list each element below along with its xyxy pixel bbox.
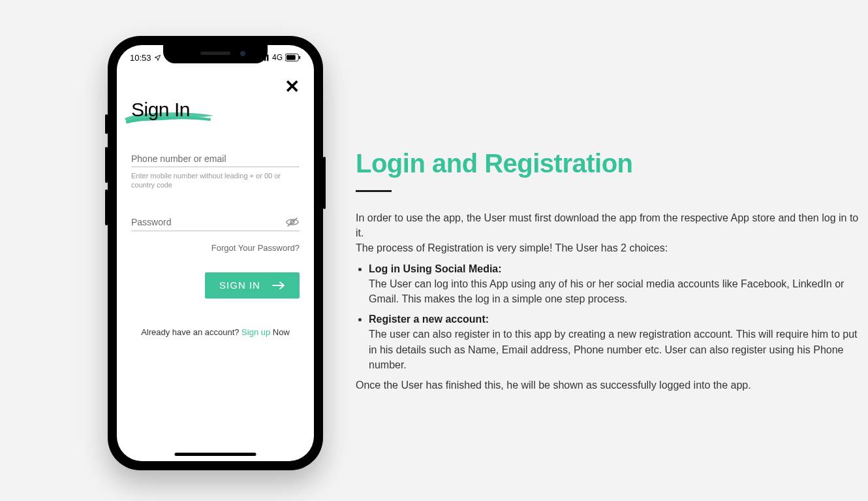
sign-up-row: Already have an account? Sign up Now (131, 327, 300, 337)
doc-bullet-1-body: The User can log into this App using any… (369, 278, 844, 304)
doc-title: Login and Registration (356, 149, 861, 178)
doc-bullet-1: Log in Using Social Media: The User can … (369, 261, 861, 307)
svg-rect-6 (299, 56, 300, 59)
phone-email-hint: Enter mobile number without leading + or… (131, 171, 281, 190)
arrow-right-icon (272, 281, 285, 290)
status-time: 10:53 (130, 53, 151, 63)
phone-side-button (323, 157, 326, 209)
phone-frame: 10:53 4G ✕ Sign In (108, 36, 323, 470)
forgot-password-link[interactable]: Forgot Your Password? (131, 243, 300, 253)
sign-in-button[interactable]: SIGN IN (205, 272, 300, 299)
doc-intro-1: In order to use the app, the User must f… (356, 210, 861, 240)
svg-rect-3 (267, 54, 268, 61)
doc-bullet-list: Log in Using Social Media: The User can … (356, 261, 861, 372)
screen-title: Sign In (131, 99, 216, 121)
phone-notch (163, 45, 268, 63)
doc-title-underline (356, 190, 392, 192)
doc-outro: Once the User has finished this, he will… (356, 378, 861, 393)
battery-icon (285, 54, 301, 61)
app-content: ✕ Sign In Phone number or email Enter mo… (117, 71, 314, 461)
close-icon[interactable]: ✕ (285, 78, 300, 96)
doc-section: Login and Registration In order to use t… (356, 149, 861, 393)
home-indicator (175, 453, 256, 456)
password-field[interactable]: Password (131, 216, 300, 231)
screen-title-wrap: Sign In (131, 99, 216, 121)
svg-rect-5 (287, 55, 296, 59)
phone-email-placeholder: Phone number or email (131, 154, 300, 164)
doc-intro-2: The process of Registration is very simp… (356, 240, 861, 255)
eye-hidden-icon[interactable] (285, 216, 300, 228)
phone-screen: 10:53 4G ✕ Sign In (117, 45, 314, 461)
network-label: 4G (272, 53, 283, 62)
doc-bullet-2: Register a new account: The user can als… (369, 312, 861, 372)
doc-bullet-2-body: The user can also register in to this ap… (369, 329, 858, 370)
doc-bullet-1-heading: Log in Using Social Media: (369, 263, 502, 274)
phone-email-field[interactable]: Phone number or email Enter mobile numbe… (131, 154, 300, 190)
phone-mockup: 10:53 4G ✕ Sign In (108, 36, 323, 470)
status-time-group: 10:53 (130, 53, 161, 63)
doc-bullet-2-heading: Register a new account: (369, 314, 489, 325)
password-placeholder: Password (131, 217, 285, 227)
sign-up-prefix: Already have an account? (141, 327, 241, 337)
sign-in-button-label: SIGN IN (219, 280, 260, 291)
sign-up-suffix: Now (270, 327, 290, 337)
sign-up-link[interactable]: Sign up (241, 327, 270, 337)
location-arrow-icon (154, 54, 161, 61)
